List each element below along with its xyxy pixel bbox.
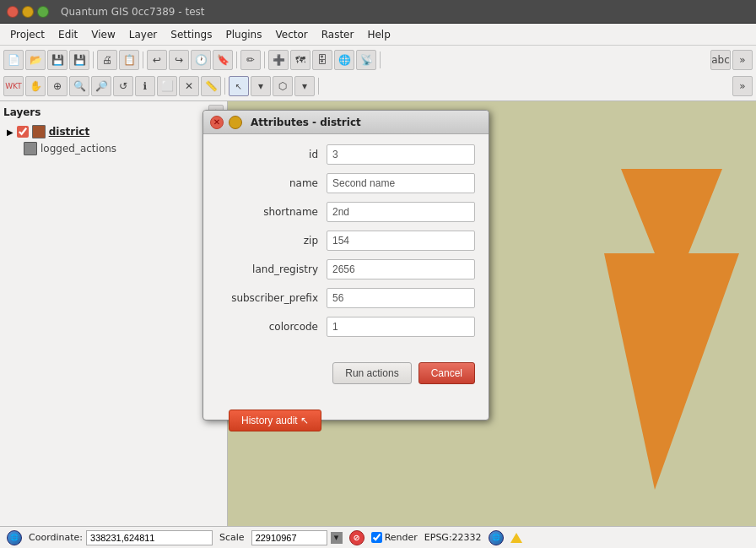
dialog-extra-buttons: History audit ↖ [203,394,489,420]
add-db-icon[interactable]: 🗄 [312,50,332,70]
add-raster-icon[interactable]: 🗺 [290,50,310,70]
toolbar-area: 📄 📂 💾 💾 🖨 📋 ↩ ↪ 🕐 🔖 ✏ ➕ 🗺 🗄 🌐 📡 abc » WK… [0,46,756,101]
identify-icon[interactable]: ℹ [135,76,155,96]
field-land-registry: land_registry [217,259,475,279]
text-label-icon[interactable]: abc [710,50,731,70]
menu-project[interactable]: Project [3,26,51,43]
cancel-button[interactable]: Cancel [418,362,475,384]
bookmark-icon[interactable]: 🔖 [213,50,233,70]
field-subscriber-prefix: subscriber_prefix [217,288,475,308]
crs-globe-icon[interactable]: 🌐 [489,530,504,545]
input-colorcode[interactable] [327,317,475,337]
layer-item-logged-actions[interactable]: logged_actions [3,140,224,157]
print-icon[interactable]: 🖨 [97,50,117,70]
wkt-icon[interactable]: WKT [3,76,24,96]
close-button[interactable] [7,6,19,18]
history-audit-label: History audit [241,415,298,426]
select-tool-icon[interactable]: ↖ [229,76,249,96]
edit-nodes-icon[interactable]: ⬡ [273,76,293,96]
sublayer-icon-logged [24,142,37,155]
layer-checkbox-district[interactable] [17,126,29,138]
scale-dropdown-icon[interactable]: ▾ [331,532,343,544]
new-project-icon[interactable]: 📄 [3,50,24,70]
sidebar: Layers ⚙ ▶ district logged_actions [0,101,228,529]
zoom-in-icon[interactable]: 🔍 [69,76,89,96]
layer-item-district[interactable]: ▶ district [3,123,224,140]
sidebar-header: Layers ⚙ [3,105,224,120]
label-shortname: shortname [217,206,318,218]
input-shortname[interactable] [327,202,475,222]
add-vector-icon[interactable]: ➕ [268,50,289,70]
measure-icon[interactable]: 📏 [201,76,221,96]
toolbar-separator-1 [93,52,94,68]
input-subscriber-prefix[interactable] [327,288,475,308]
minimize-button[interactable] [22,6,34,18]
dialog-body: id name shortname zip land_registry [203,134,489,355]
open-project-icon[interactable]: 📂 [25,50,46,70]
dropdown-1[interactable]: ▾ [251,76,271,96]
dialog-action-buttons: Run actions Cancel [203,355,489,394]
input-zip[interactable] [327,231,475,251]
toolbar-separator-7 [318,78,319,95]
undo-icon[interactable]: ↩ [147,50,167,70]
toolbar-row-1: 📄 📂 💾 💾 🖨 📋 ↩ ↪ 🕐 🔖 ✏ ➕ 🗺 🗄 🌐 📡 abc » [3,47,753,73]
menu-help[interactable]: Help [360,26,397,43]
select-icon[interactable]: ⬜ [157,76,177,96]
toolbar-separator-5 [380,52,381,68]
titlebar: Quantum GIS 0cc7389 - test [0,0,756,24]
coordinate-input[interactable] [86,530,213,545]
titlebar-title: Quantum GIS 0cc7389 - test [61,6,204,18]
input-id[interactable] [327,144,475,165]
save-as-icon[interactable]: 💾 [69,50,89,70]
toolbar-separator-2 [143,52,143,68]
attributes-dialog[interactable]: ✕ Attributes - district id name shortnam… [202,110,489,420]
menu-view[interactable]: View [84,26,122,43]
more-icon[interactable]: » [732,50,753,70]
cursor-icon: ↖ [298,415,309,426]
toolbar-separator-3 [236,52,237,68]
field-shortname: shortname [217,202,475,222]
field-zip: zip [217,231,475,251]
digitize-icon[interactable]: ✏ [240,50,261,70]
history-icon[interactable]: 🕐 [191,50,211,70]
menu-raster[interactable]: Raster [315,26,361,43]
titlebar-buttons [7,6,49,18]
add-wms-icon[interactable]: 🌐 [334,50,354,70]
zoom-extent-icon[interactable]: ⊕ [47,76,68,96]
input-name[interactable] [327,173,475,193]
history-audit-button[interactable]: History audit ↖ [229,410,321,431]
print-composer-icon[interactable]: 📋 [119,50,139,70]
pan-icon[interactable]: ✋ [25,76,46,96]
layer-name-logged[interactable]: logged_actions [40,143,116,155]
epsg-label: EPSG:22332 [424,532,482,543]
label-name: name [217,177,318,189]
scale-control: ▾ [251,530,343,545]
layer-icon-district [32,125,46,138]
menu-edit[interactable]: Edit [51,26,84,43]
more-icon-2[interactable]: » [732,76,753,96]
redo-icon[interactable]: ↪ [169,50,189,70]
deselect-icon[interactable]: ✕ [179,76,199,96]
layers-title: Layers [3,106,40,118]
menu-settings[interactable]: Settings [164,26,219,43]
run-actions-button[interactable]: Run actions [332,362,411,384]
menu-layer[interactable]: Layer [122,26,164,43]
field-id: id [217,144,475,165]
dropdown-2[interactable]: ▾ [294,76,315,96]
label-land-registry: land_registry [217,263,318,275]
dialog-min-button[interactable] [229,116,242,129]
dialog-close-button[interactable]: ✕ [210,116,224,129]
zoom-out-icon[interactable]: 🔎 [91,76,111,96]
scale-input[interactable] [251,530,327,545]
warning-icon [510,533,522,543]
maximize-button[interactable] [37,6,49,18]
add-wfs-icon[interactable]: 📡 [356,50,376,70]
menu-vector[interactable]: Vector [268,26,314,43]
input-land-registry[interactable] [327,259,475,279]
save-project-icon[interactable]: 💾 [47,50,68,70]
coordinate-text-label: Coordinate: [29,532,83,543]
layer-name-district[interactable]: district [49,126,89,138]
rotate-icon[interactable]: ↺ [113,76,133,96]
render-checkbox[interactable] [371,532,382,543]
menu-plugins[interactable]: Plugins [219,26,268,43]
